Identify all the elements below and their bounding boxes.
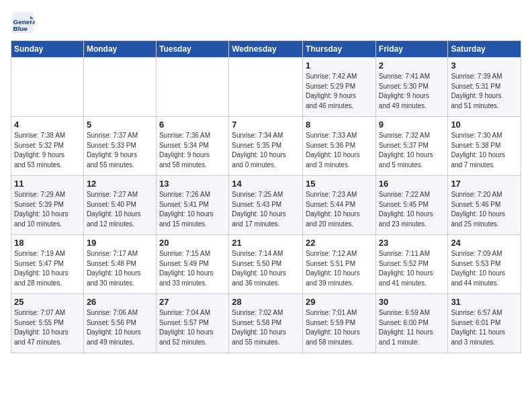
- weekday-header: Tuesday: [156, 41, 228, 58]
- calendar-cell: 28Sunrise: 7:02 AM Sunset: 5:58 PM Dayli…: [229, 294, 303, 353]
- day-info: Sunrise: 7:39 AM Sunset: 5:31 PM Dayligh…: [451, 72, 518, 111]
- day-number: 17: [451, 179, 518, 189]
- calendar-cell: 24Sunrise: 7:09 AM Sunset: 5:53 PM Dayli…: [448, 235, 521, 294]
- day-number: 16: [379, 179, 445, 189]
- day-info: Sunrise: 7:30 AM Sunset: 5:38 PM Dayligh…: [451, 131, 518, 170]
- day-number: 19: [87, 238, 153, 248]
- day-number: 21: [232, 238, 300, 248]
- day-info: Sunrise: 7:11 AM Sunset: 5:52 PM Dayligh…: [379, 249, 445, 288]
- day-info: Sunrise: 7:07 AM Sunset: 5:55 PM Dayligh…: [14, 308, 81, 347]
- day-info: Sunrise: 7:15 AM Sunset: 5:49 PM Dayligh…: [159, 249, 226, 288]
- day-number: 13: [159, 179, 226, 189]
- calendar-week-row: 1Sunrise: 7:42 AM Sunset: 5:29 PM Daylig…: [11, 58, 521, 117]
- day-info: Sunrise: 7:25 AM Sunset: 5:43 PM Dayligh…: [232, 190, 300, 229]
- svg-text:Blue: Blue: [13, 25, 28, 32]
- day-info: Sunrise: 7:26 AM Sunset: 5:41 PM Dayligh…: [159, 190, 226, 229]
- day-info: Sunrise: 7:06 AM Sunset: 5:56 PM Dayligh…: [87, 308, 153, 347]
- day-number: 20: [159, 238, 226, 248]
- weekday-header: Thursday: [303, 41, 376, 58]
- calendar-cell: 31Sunrise: 6:57 AM Sunset: 6:01 PM Dayli…: [448, 294, 521, 353]
- day-number: 7: [232, 120, 300, 130]
- day-number: 25: [14, 297, 81, 307]
- day-info: Sunrise: 7:34 AM Sunset: 5:35 PM Dayligh…: [232, 131, 300, 170]
- weekday-header: Saturday: [448, 41, 521, 58]
- day-info: Sunrise: 7:01 AM Sunset: 5:59 PM Dayligh…: [306, 308, 373, 347]
- day-info: Sunrise: 6:59 AM Sunset: 6:00 PM Dayligh…: [379, 308, 445, 347]
- day-info: Sunrise: 7:20 AM Sunset: 5:46 PM Dayligh…: [451, 190, 518, 229]
- day-info: Sunrise: 7:27 AM Sunset: 5:40 PM Dayligh…: [87, 190, 153, 229]
- calendar-cell: [11, 58, 84, 117]
- weekday-header: Friday: [375, 41, 448, 58]
- calendar-cell: 26Sunrise: 7:06 AM Sunset: 5:56 PM Dayli…: [83, 294, 156, 353]
- calendar-cell: 23Sunrise: 7:11 AM Sunset: 5:52 PM Dayli…: [375, 235, 448, 294]
- day-number: 11: [14, 179, 81, 189]
- calendar-cell: 13Sunrise: 7:26 AM Sunset: 5:41 PM Dayli…: [156, 176, 228, 235]
- calendar-week-row: 4Sunrise: 7:38 AM Sunset: 5:32 PM Daylig…: [11, 117, 521, 176]
- calendar-header: SundayMondayTuesdayWednesdayThursdayFrid…: [11, 41, 521, 58]
- day-number: 27: [159, 297, 226, 307]
- calendar-cell: 9Sunrise: 7:32 AM Sunset: 5:37 PM Daylig…: [375, 117, 448, 176]
- calendar-cell: [83, 58, 156, 117]
- day-number: 28: [232, 297, 300, 307]
- weekday-header-row: SundayMondayTuesdayWednesdayThursdayFrid…: [11, 41, 521, 58]
- calendar-cell: 16Sunrise: 7:22 AM Sunset: 5:45 PM Dayli…: [375, 176, 448, 235]
- day-number: 9: [379, 120, 445, 130]
- day-number: 14: [232, 179, 300, 189]
- weekday-header: Wednesday: [229, 41, 303, 58]
- calendar-cell: 3Sunrise: 7:39 AM Sunset: 5:31 PM Daylig…: [448, 58, 521, 117]
- day-number: 1: [306, 60, 373, 71]
- day-number: 24: [451, 238, 518, 248]
- calendar-cell: 27Sunrise: 7:04 AM Sunset: 5:57 PM Dayli…: [156, 294, 228, 353]
- day-info: Sunrise: 7:29 AM Sunset: 5:39 PM Dayligh…: [14, 190, 81, 229]
- calendar-cell: 7Sunrise: 7:34 AM Sunset: 5:35 PM Daylig…: [229, 117, 303, 176]
- calendar-cell: 19Sunrise: 7:17 AM Sunset: 5:48 PM Dayli…: [83, 235, 156, 294]
- day-number: 4: [14, 120, 81, 130]
- calendar-week-row: 11Sunrise: 7:29 AM Sunset: 5:39 PM Dayli…: [11, 176, 521, 235]
- calendar-cell: 29Sunrise: 7:01 AM Sunset: 5:59 PM Dayli…: [303, 294, 376, 353]
- calendar-week-row: 18Sunrise: 7:19 AM Sunset: 5:47 PM Dayli…: [11, 235, 521, 294]
- day-number: 18: [14, 238, 81, 248]
- calendar-cell: 10Sunrise: 7:30 AM Sunset: 5:38 PM Dayli…: [448, 117, 521, 176]
- day-number: 8: [306, 120, 373, 130]
- day-info: Sunrise: 7:22 AM Sunset: 5:45 PM Dayligh…: [379, 190, 445, 229]
- day-info: Sunrise: 7:19 AM Sunset: 5:47 PM Dayligh…: [14, 249, 81, 288]
- calendar-cell: 11Sunrise: 7:29 AM Sunset: 5:39 PM Dayli…: [11, 176, 84, 235]
- day-info: Sunrise: 7:02 AM Sunset: 5:58 PM Dayligh…: [232, 308, 300, 347]
- calendar-cell: 21Sunrise: 7:14 AM Sunset: 5:50 PM Dayli…: [229, 235, 303, 294]
- day-number: 26: [87, 297, 153, 307]
- day-number: 12: [87, 179, 153, 189]
- calendar-cell: 5Sunrise: 7:37 AM Sunset: 5:33 PM Daylig…: [83, 117, 156, 176]
- calendar-cell: 30Sunrise: 6:59 AM Sunset: 6:00 PM Dayli…: [375, 294, 448, 353]
- day-number: 2: [379, 60, 445, 71]
- calendar-cell: 15Sunrise: 7:23 AM Sunset: 5:44 PM Dayli…: [303, 176, 376, 235]
- day-number: 22: [306, 238, 373, 248]
- day-info: Sunrise: 7:33 AM Sunset: 5:36 PM Dayligh…: [306, 131, 373, 170]
- day-number: 30: [379, 297, 445, 307]
- calendar-cell: 20Sunrise: 7:15 AM Sunset: 5:49 PM Dayli…: [156, 235, 228, 294]
- calendar-cell: 18Sunrise: 7:19 AM Sunset: 5:47 PM Dayli…: [11, 235, 84, 294]
- day-number: 5: [87, 120, 153, 130]
- day-number: 29: [306, 297, 373, 307]
- day-info: Sunrise: 6:57 AM Sunset: 6:01 PM Dayligh…: [451, 308, 518, 347]
- day-number: 3: [451, 60, 518, 71]
- calendar-cell: 8Sunrise: 7:33 AM Sunset: 5:36 PM Daylig…: [303, 117, 376, 176]
- day-info: Sunrise: 7:14 AM Sunset: 5:50 PM Dayligh…: [232, 249, 300, 288]
- day-number: 23: [379, 238, 445, 248]
- day-number: 15: [306, 179, 373, 189]
- day-info: Sunrise: 7:38 AM Sunset: 5:32 PM Dayligh…: [14, 131, 81, 170]
- calendar-cell: [156, 58, 228, 117]
- day-info: Sunrise: 7:42 AM Sunset: 5:29 PM Dayligh…: [306, 72, 373, 111]
- day-info: Sunrise: 7:17 AM Sunset: 5:48 PM Dayligh…: [87, 249, 153, 288]
- calendar-cell: 22Sunrise: 7:12 AM Sunset: 5:51 PM Dayli…: [303, 235, 376, 294]
- page-header: General Blue: [11, 11, 521, 35]
- calendar-cell: 14Sunrise: 7:25 AM Sunset: 5:43 PM Dayli…: [229, 176, 303, 235]
- calendar-body: 1Sunrise: 7:42 AM Sunset: 5:29 PM Daylig…: [11, 58, 521, 353]
- day-info: Sunrise: 7:12 AM Sunset: 5:51 PM Dayligh…: [306, 249, 373, 288]
- logo: General Blue: [11, 11, 38, 35]
- calendar-table: SundayMondayTuesdayWednesdayThursdayFrid…: [11, 40, 521, 353]
- calendar-cell: 6Sunrise: 7:36 AM Sunset: 5:34 PM Daylig…: [156, 117, 228, 176]
- calendar-week-row: 25Sunrise: 7:07 AM Sunset: 5:55 PM Dayli…: [11, 294, 521, 353]
- weekday-header: Sunday: [11, 41, 84, 58]
- logo-icon: General Blue: [11, 11, 35, 35]
- day-info: Sunrise: 7:32 AM Sunset: 5:37 PM Dayligh…: [379, 131, 445, 170]
